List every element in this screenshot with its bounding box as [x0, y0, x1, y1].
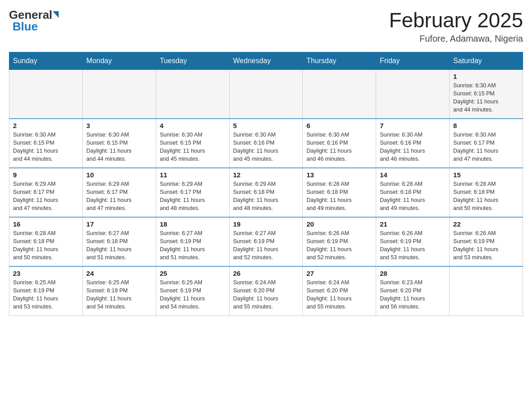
col-friday: Friday — [376, 52, 450, 69]
calendar-cell: 18Sunrise: 6:27 AM Sunset: 6:19 PM Dayli… — [156, 217, 229, 266]
calendar-cell: 15Sunrise: 6:28 AM Sunset: 6:18 PM Dayli… — [450, 168, 523, 217]
day-info: Sunrise: 6:26 AM Sunset: 6:19 PM Dayligh… — [380, 229, 446, 262]
calendar-cell: 9Sunrise: 6:29 AM Sunset: 6:17 PM Daylig… — [9, 168, 83, 217]
calendar-cell: 5Sunrise: 6:30 AM Sunset: 6:16 PM Daylig… — [229, 119, 303, 168]
title-block: February 2025 Fufore, Adamawa, Nigeria — [389, 9, 523, 44]
day-info: Sunrise: 6:30 AM Sunset: 6:15 PM Dayligh… — [160, 131, 226, 163]
calendar-cell — [82, 69, 156, 119]
calendar-cell: 12Sunrise: 6:29 AM Sunset: 6:18 PM Dayli… — [229, 168, 303, 217]
day-number: 24 — [86, 270, 152, 277]
day-number: 1 — [453, 73, 519, 80]
day-info: Sunrise: 6:30 AM Sunset: 6:16 PM Dayligh… — [380, 131, 446, 163]
calendar-cell: 27Sunrise: 6:24 AM Sunset: 6:20 PM Dayli… — [303, 266, 376, 316]
day-number: 21 — [380, 220, 446, 228]
calendar-cell — [303, 69, 376, 119]
calendar-cell: 19Sunrise: 6:27 AM Sunset: 6:19 PM Dayli… — [229, 217, 303, 266]
calendar-cell: 28Sunrise: 6:23 AM Sunset: 6:20 PM Dayli… — [376, 266, 450, 316]
calendar-cell: 10Sunrise: 6:29 AM Sunset: 6:17 PM Dayli… — [82, 168, 156, 217]
day-info: Sunrise: 6:30 AM Sunset: 6:16 PM Dayligh… — [233, 131, 299, 163]
col-monday: Monday — [82, 52, 156, 69]
day-info: Sunrise: 6:29 AM Sunset: 6:17 PM Dayligh… — [86, 180, 152, 213]
day-info: Sunrise: 6:27 AM Sunset: 6:19 PM Dayligh… — [160, 229, 226, 262]
day-number: 10 — [86, 171, 152, 179]
day-info: Sunrise: 6:27 AM Sunset: 6:18 PM Dayligh… — [86, 229, 152, 262]
calendar-table: Sunday Monday Tuesday Wednesday Thursday… — [9, 52, 523, 316]
day-info: Sunrise: 6:29 AM Sunset: 6:17 PM Dayligh… — [13, 180, 79, 213]
week-row-2: 2Sunrise: 6:30 AM Sunset: 6:15 PM Daylig… — [9, 119, 523, 168]
calendar-cell — [9, 69, 83, 119]
calendar-cell: 16Sunrise: 6:28 AM Sunset: 6:18 PM Dayli… — [9, 217, 83, 266]
col-wednesday: Wednesday — [229, 52, 303, 69]
col-sunday: Sunday — [9, 52, 83, 69]
day-info: Sunrise: 6:30 AM Sunset: 6:15 PM Dayligh… — [453, 81, 519, 114]
day-info: Sunrise: 6:25 AM Sunset: 6:19 PM Dayligh… — [160, 278, 226, 311]
day-number: 22 — [453, 220, 519, 228]
day-info: Sunrise: 6:24 AM Sunset: 6:20 PM Dayligh… — [306, 278, 372, 311]
calendar-cell: 23Sunrise: 6:25 AM Sunset: 6:19 PM Dayli… — [9, 266, 83, 316]
calendar-cell: 17Sunrise: 6:27 AM Sunset: 6:18 PM Dayli… — [82, 217, 156, 266]
day-number: 11 — [160, 171, 226, 179]
calendar-cell: 1Sunrise: 6:30 AM Sunset: 6:15 PM Daylig… — [450, 69, 523, 119]
day-number: 14 — [380, 171, 446, 179]
calendar-cell: 6Sunrise: 6:30 AM Sunset: 6:16 PM Daylig… — [303, 119, 376, 168]
week-row-4: 16Sunrise: 6:28 AM Sunset: 6:18 PM Dayli… — [9, 217, 523, 266]
calendar-cell: 21Sunrise: 6:26 AM Sunset: 6:19 PM Dayli… — [376, 217, 450, 266]
day-number: 23 — [13, 270, 79, 277]
day-info: Sunrise: 6:30 AM Sunset: 6:17 PM Dayligh… — [453, 131, 519, 163]
calendar-cell: 22Sunrise: 6:26 AM Sunset: 6:19 PM Dayli… — [450, 217, 523, 266]
day-info: Sunrise: 6:28 AM Sunset: 6:18 PM Dayligh… — [306, 180, 372, 213]
day-info: Sunrise: 6:25 AM Sunset: 6:19 PM Dayligh… — [86, 278, 152, 311]
day-number: 12 — [233, 171, 299, 179]
calendar-cell: 8Sunrise: 6:30 AM Sunset: 6:17 PM Daylig… — [450, 119, 523, 168]
day-number: 18 — [160, 220, 226, 228]
day-number: 16 — [13, 220, 79, 228]
calendar-cell: 20Sunrise: 6:26 AM Sunset: 6:19 PM Dayli… — [303, 217, 376, 266]
logo-blue-text: Blue — [13, 20, 38, 33]
calendar-cell — [450, 266, 523, 316]
week-row-1: 1Sunrise: 6:30 AM Sunset: 6:15 PM Daylig… — [9, 69, 523, 119]
calendar-cell: 24Sunrise: 6:25 AM Sunset: 6:19 PM Dayli… — [82, 266, 156, 316]
day-number: 25 — [160, 270, 226, 277]
calendar-cell: 11Sunrise: 6:29 AM Sunset: 6:17 PM Dayli… — [156, 168, 229, 217]
day-info: Sunrise: 6:30 AM Sunset: 6:16 PM Dayligh… — [306, 131, 372, 163]
day-number: 28 — [380, 270, 446, 277]
page-header: General Blue February 2025 Fufore, Adama… — [9, 9, 523, 44]
day-info: Sunrise: 6:28 AM Sunset: 6:18 PM Dayligh… — [453, 180, 519, 213]
calendar-cell: 26Sunrise: 6:24 AM Sunset: 6:20 PM Dayli… — [229, 266, 303, 316]
day-number: 13 — [306, 171, 372, 179]
calendar-cell — [156, 69, 229, 119]
day-number: 27 — [306, 270, 372, 277]
calendar-cell: 25Sunrise: 6:25 AM Sunset: 6:19 PM Dayli… — [156, 266, 229, 316]
calendar-cell: 4Sunrise: 6:30 AM Sunset: 6:15 PM Daylig… — [156, 119, 229, 168]
day-number: 6 — [306, 122, 372, 129]
week-row-5: 23Sunrise: 6:25 AM Sunset: 6:19 PM Dayli… — [9, 266, 523, 316]
calendar-cell: 7Sunrise: 6:30 AM Sunset: 6:16 PM Daylig… — [376, 119, 450, 168]
day-info: Sunrise: 6:30 AM Sunset: 6:15 PM Dayligh… — [13, 131, 79, 163]
day-info: Sunrise: 6:26 AM Sunset: 6:19 PM Dayligh… — [306, 229, 372, 262]
day-number: 9 — [13, 171, 79, 179]
calendar-header-row: Sunday Monday Tuesday Wednesday Thursday… — [9, 52, 523, 69]
day-number: 19 — [233, 220, 299, 228]
day-info: Sunrise: 6:30 AM Sunset: 6:15 PM Dayligh… — [86, 131, 152, 163]
day-number: 15 — [453, 171, 519, 179]
calendar-cell — [376, 69, 450, 119]
day-info: Sunrise: 6:28 AM Sunset: 6:18 PM Dayligh… — [380, 180, 446, 213]
col-tuesday: Tuesday — [156, 52, 229, 69]
location-text: Fufore, Adamawa, Nigeria — [389, 34, 523, 44]
calendar-cell: 14Sunrise: 6:28 AM Sunset: 6:18 PM Dayli… — [376, 168, 450, 217]
day-number: 2 — [13, 122, 79, 129]
col-thursday: Thursday — [303, 52, 376, 69]
day-info: Sunrise: 6:27 AM Sunset: 6:19 PM Dayligh… — [233, 229, 299, 262]
day-number: 3 — [86, 122, 152, 129]
day-info: Sunrise: 6:29 AM Sunset: 6:18 PM Dayligh… — [233, 180, 299, 213]
day-info: Sunrise: 6:26 AM Sunset: 6:19 PM Dayligh… — [453, 229, 519, 262]
day-number: 17 — [86, 220, 152, 228]
calendar-cell: 13Sunrise: 6:28 AM Sunset: 6:18 PM Dayli… — [303, 168, 376, 217]
week-row-3: 9Sunrise: 6:29 AM Sunset: 6:17 PM Daylig… — [9, 168, 523, 217]
calendar-cell: 3Sunrise: 6:30 AM Sunset: 6:15 PM Daylig… — [82, 119, 156, 168]
day-number: 4 — [160, 122, 226, 129]
day-info: Sunrise: 6:23 AM Sunset: 6:20 PM Dayligh… — [380, 278, 446, 311]
day-number: 8 — [453, 122, 519, 129]
calendar-cell — [229, 69, 303, 119]
day-info: Sunrise: 6:29 AM Sunset: 6:17 PM Dayligh… — [160, 180, 226, 213]
